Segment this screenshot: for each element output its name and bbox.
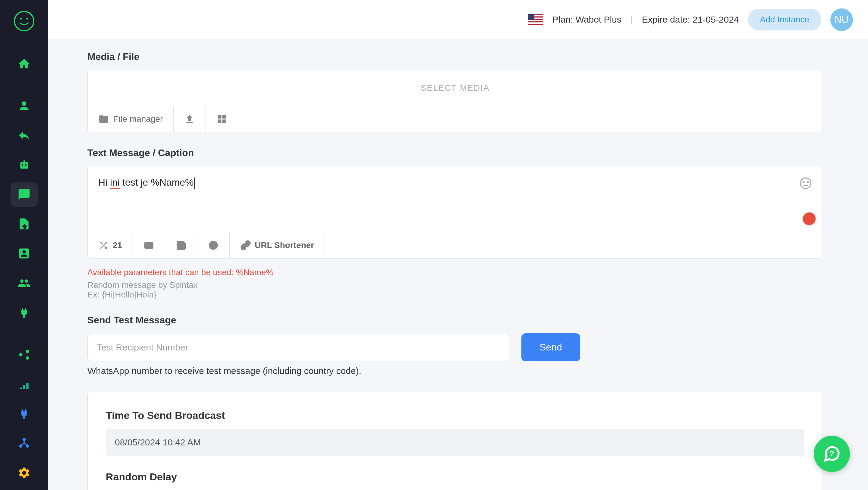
svg-point-7 [19, 353, 23, 356]
url-shortener-button[interactable]: URL Shortener [230, 232, 325, 258]
svg-rect-12 [26, 383, 28, 389]
available-params-text: Available parameters that can be used: %… [87, 268, 823, 277]
record-button[interactable] [802, 212, 816, 226]
text-editor[interactable]: Hi ini test je %Name% [87, 166, 823, 232]
save-template-button[interactable] [165, 232, 197, 258]
svg-rect-3 [20, 162, 28, 169]
svg-point-9 [26, 356, 29, 360]
char-count-button[interactable]: 21 [88, 232, 133, 258]
grid-icon [216, 114, 227, 124]
svg-rect-23 [145, 242, 153, 249]
avatar[interactable]: NU [830, 8, 853, 31]
main-content: Plan: Wabot Plus | Expire date: 21-05-20… [48, 0, 868, 490]
folder-icon [98, 114, 109, 124]
svg-point-13 [23, 438, 26, 441]
random-delay-label: Random Delay [106, 471, 804, 483]
sidebar-item-export[interactable] [10, 212, 38, 237]
spintax-hint: Random message by Spintax Ex: {Hi|Hello|… [87, 280, 823, 300]
svg-rect-10 [20, 388, 22, 389]
message-icon [144, 240, 154, 251]
sidebar-item-contacts[interactable] [10, 241, 38, 266]
svg-rect-18 [218, 120, 221, 123]
test-help-text: WhatsApp number to receive test message … [87, 366, 823, 376]
broadcast-settings-card: Time To Send Broadcast Random Delay Mess… [87, 391, 823, 490]
broadcast-time-label: Time To Send Broadcast [106, 409, 804, 421]
plan-label: Plan: Wabot Plus [553, 14, 621, 25]
svg-point-1 [20, 18, 22, 20]
svg-point-21 [803, 182, 804, 183]
template-button[interactable] [133, 232, 165, 258]
svg-rect-11 [23, 386, 25, 389]
sidebar-item-reply[interactable] [10, 123, 38, 148]
text-message-label: Text Message / Caption [87, 147, 823, 158]
svg-rect-6 [24, 160, 25, 162]
media-section-label: Media / File [87, 51, 823, 62]
svg-point-2 [26, 18, 28, 20]
shuffle-icon [98, 240, 109, 251]
file-manager-label: File manager [114, 114, 163, 124]
svg-point-22 [807, 182, 808, 183]
sidebar-item-chat[interactable] [10, 182, 38, 207]
test-recipient-input[interactable] [87, 334, 509, 361]
file-manager-button[interactable]: File manager [88, 106, 174, 132]
svg-point-20 [801, 178, 811, 189]
svg-point-27 [212, 244, 215, 247]
datetime-input[interactable] [106, 429, 804, 456]
app-logo [12, 9, 36, 33]
sidebar-item-home[interactable] [10, 51, 38, 76]
svg-rect-16 [218, 115, 221, 119]
flag-icon[interactable] [528, 14, 544, 25]
content-area: Media / File SELECT MEDIA File manager T… [48, 39, 868, 490]
sidebar-item-plugin[interactable] [10, 300, 38, 325]
select-media-button[interactable]: SELECT MEDIA [87, 70, 823, 106]
emoji-button[interactable] [799, 177, 812, 189]
sidebar-item-stats[interactable] [10, 372, 38, 397]
save-icon [176, 240, 187, 251]
sidebar-item-settings[interactable] [10, 460, 38, 486]
sidebar-item-groups[interactable] [10, 271, 38, 296]
editor-toolbar: 21 URL Shortener [87, 232, 823, 258]
header: Plan: Wabot Plus | Expire date: 21-05-20… [48, 0, 868, 39]
sidebar-item-org[interactable] [10, 431, 38, 456]
sidebar-item-power[interactable] [10, 401, 38, 426]
media-toolbar: File manager [87, 106, 823, 132]
sidebar-item-share[interactable] [10, 342, 38, 367]
add-instance-button[interactable]: Add Instance [748, 9, 821, 30]
ai-icon [208, 240, 219, 251]
sidebar-item-bot[interactable] [10, 152, 38, 177]
grid-button[interactable] [206, 106, 238, 132]
svg-point-5 [25, 164, 27, 166]
svg-text:?: ? [830, 449, 834, 458]
svg-point-8 [26, 349, 29, 353]
upload-button[interactable] [174, 106, 206, 132]
expire-label: Expire date: 21-05-2024 [642, 14, 739, 25]
sidebar-item-profile[interactable] [10, 93, 38, 118]
svg-rect-17 [222, 115, 226, 119]
svg-point-4 [22, 164, 24, 166]
send-test-label: Send Test Message [87, 315, 823, 326]
send-button[interactable]: Send [521, 333, 580, 361]
link-icon [240, 240, 251, 251]
svg-point-0 [14, 11, 34, 31]
upload-icon [184, 114, 195, 124]
sidebar [0, 0, 48, 490]
ai-button[interactable] [197, 232, 230, 258]
svg-rect-19 [222, 120, 226, 123]
help-fab-button[interactable]: ? [814, 436, 850, 472]
